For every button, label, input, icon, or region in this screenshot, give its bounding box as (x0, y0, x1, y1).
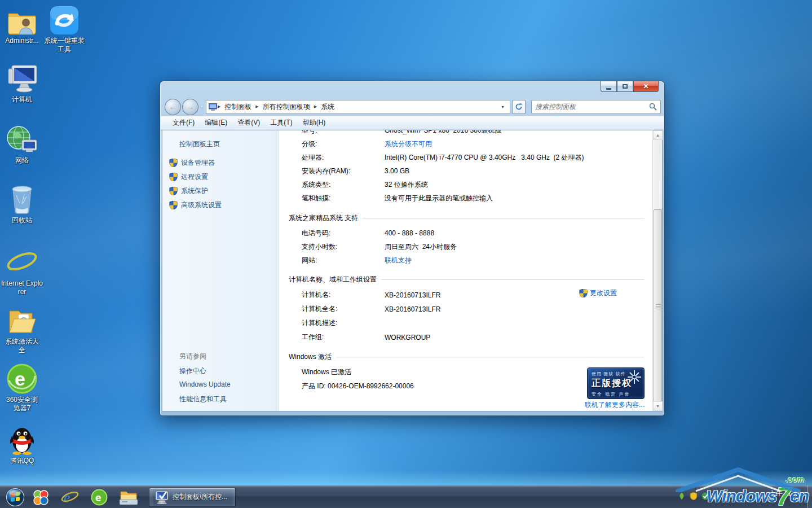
system-tray: 上午 11:41 .com Windows7en (643, 485, 812, 508)
desktop-icon-administrator[interactable]: Administr... (0, 5, 44, 45)
360-browser-icon: e (0, 364, 44, 394)
learn-more-online-link[interactable]: 联机了解更多内容... (585, 400, 645, 410)
row-value: 3.00 GB (385, 167, 409, 175)
user-folder-icon (0, 5, 44, 35)
row-label: 计算机全名: (302, 304, 385, 314)
info-row-cpu: 处理器: Intel(R) Core(TM) i7-4770 CPU @ 3.4… (279, 151, 652, 164)
desktop-icon-recycle-bin[interactable]: 回收站 (0, 184, 44, 225)
row-label: 网站: (302, 256, 385, 265)
taskbar: e e (0, 485, 812, 508)
sidebar-item-device-manager[interactable]: 设备管理器 (169, 158, 215, 168)
info-row-full-name: 计算机全名: XB-20160713ILFR (279, 302, 652, 316)
menu-tools[interactable]: 工具(T) (265, 117, 297, 129)
online-support-link[interactable]: 联机支持 (385, 256, 412, 265)
breadcrumb-control-panel[interactable]: 控制面板 (221, 102, 255, 112)
internet-explorer-icon: e (61, 489, 79, 506)
minimize-button[interactable] (601, 81, 617, 92)
badge-line3: 安全 稳定 声誉 (592, 391, 640, 397)
menu-help[interactable]: 帮助(H) (298, 117, 331, 129)
maximize-button[interactable] (617, 81, 633, 92)
recent-pages-chevron[interactable]: ▼ (200, 104, 204, 110)
scrollbar-thumb[interactable] (654, 209, 662, 404)
info-row-description: 计算机描述: (279, 316, 652, 330)
taskbar-icon-internet-explorer[interactable]: e (55, 487, 85, 508)
show-desktop-button[interactable] (807, 485, 812, 508)
sidebar-item-windows-update[interactable]: Windows Update (179, 380, 231, 388)
breadcrumb-system[interactable]: 系统 (317, 102, 338, 112)
uac-shield-icon (579, 289, 588, 297)
tray-network-icon[interactable] (713, 492, 721, 500)
svg-text:e: e (15, 368, 25, 389)
explorer-folder-icon (120, 489, 138, 505)
row-label: 笔和触摸: (302, 194, 385, 203)
sidebar-item-control-panel-home[interactable]: 控制面板主页 (179, 139, 220, 149)
rating-link[interactable]: 系统分级不可用 (385, 139, 432, 149)
search-input[interactable] (535, 103, 649, 111)
uac-shield-icon (169, 173, 178, 181)
search-icon (649, 103, 657, 111)
search-box[interactable] (531, 100, 661, 114)
open-folder-icon (0, 305, 44, 336)
tray-update-check-icon[interactable] (701, 492, 709, 500)
uac-shield-icon (169, 159, 178, 167)
desktop-icon-label: 回收站 (0, 216, 44, 225)
desktop-icon-360-browser[interactable]: e 360安全浏览器7 (0, 364, 44, 413)
close-icon: ✕ (643, 82, 648, 90)
row-label: 计算机描述: (302, 318, 385, 328)
menu-file[interactable]: 文件(F) (167, 117, 200, 129)
row-label: 处理器: (302, 153, 385, 163)
minimize-icon (606, 88, 611, 90)
forward-button[interactable]: → (182, 99, 198, 115)
tray-security-shield-icon[interactable] (690, 492, 698, 500)
scroll-up-button[interactable]: ▲ (653, 130, 663, 140)
scroll-down-button[interactable]: ▼ (653, 401, 663, 411)
scrollbar-grip (656, 304, 661, 309)
row-value: Intel(R) Core(TM) i7-4770 CPU @ 3.40GHz … (385, 153, 584, 163)
window-titlebar[interactable] (160, 81, 664, 97)
genuine-star-icon (627, 370, 642, 384)
sidebar-item-remote-settings[interactable]: 远程设置 (169, 172, 208, 182)
close-button[interactable]: ✕ (633, 81, 659, 92)
desktop-icon-label: 系统一键重装工具 (42, 37, 87, 54)
wallpaper-glow (0, 471, 812, 485)
desktop-icon-tencent-qq[interactable]: 腾讯QQ (0, 424, 44, 465)
tray-volume-icon[interactable] (725, 492, 733, 500)
desktop-icon-computer[interactable]: 计算机 (0, 63, 44, 104)
system-info-panel: 型号: Ghost_Win7 SP1 x86 2016 360装机版 分级: 系… (279, 130, 652, 411)
address-dropdown-icon[interactable]: ▼ (498, 105, 508, 109)
sidebar-item-system-protection[interactable]: 系统保护 (169, 186, 208, 196)
menu-edit[interactable]: 编辑(E) (200, 117, 232, 129)
sidebar-item-advanced-settings[interactable]: 高级系统设置 (169, 200, 222, 210)
taskbar-icon-360-safe[interactable] (26, 487, 55, 508)
change-settings-link[interactable]: 更改设置 (579, 288, 617, 298)
desktop-icon-reinstall-tool[interactable]: 系统一键重装工具 (42, 5, 87, 54)
desktop-icon-activation-collection[interactable]: 系统激活大全 (0, 305, 44, 354)
info-row-hours: 支持小时数: 周日至周六 24小时服务 (279, 240, 652, 253)
breadcrumb-all-items[interactable]: 所有控制面板项 (259, 102, 314, 112)
refresh-button[interactable] (512, 100, 526, 114)
desktop-icon-network[interactable]: 网络 (0, 124, 44, 165)
taskbar-icon-windows-explorer[interactable] (114, 487, 143, 508)
section-support: 系统之家精品系统 支持 (279, 211, 652, 225)
section-divider (363, 218, 645, 218)
sidebar-item-action-center[interactable]: 操作中心 (179, 366, 206, 376)
vertical-scrollbar[interactable]: ▲ ▼ (652, 130, 662, 411)
row-label: 分级: (302, 139, 385, 149)
forward-icon: → (187, 102, 195, 111)
taskbar-clock[interactable]: 上午 11:41 (769, 489, 801, 498)
sidebar-item-performance-tools[interactable]: 性能信息和工具 (179, 395, 227, 404)
back-button[interactable]: ← (165, 99, 181, 115)
desktop-icon-label: Administr... (0, 37, 44, 45)
see-also-header: 另请参阅 (179, 352, 206, 361)
tray-360-icon[interactable] (678, 492, 686, 500)
start-button[interactable] (5, 487, 26, 508)
address-bar[interactable]: ▶ 控制面板 ▶ 所有控制面板项 ▶ 系统 ▼ (206, 100, 510, 114)
taskbar-active-window-button[interactable]: 控制面板\所有控... (149, 488, 236, 507)
breadcrumb-separator-icon: ▶ (314, 104, 317, 109)
computer-icon (0, 63, 44, 94)
row-value: XB-20160713ILFR (385, 305, 440, 313)
desktop-icon-internet-explorer[interactable]: e Internet Explorer (0, 247, 44, 296)
menu-view[interactable]: 查看(V) (232, 117, 265, 129)
sidebar: 控制面板主页 设备管理器 远程设置 (162, 130, 279, 411)
taskbar-icon-360-browser[interactable]: e (85, 487, 114, 508)
